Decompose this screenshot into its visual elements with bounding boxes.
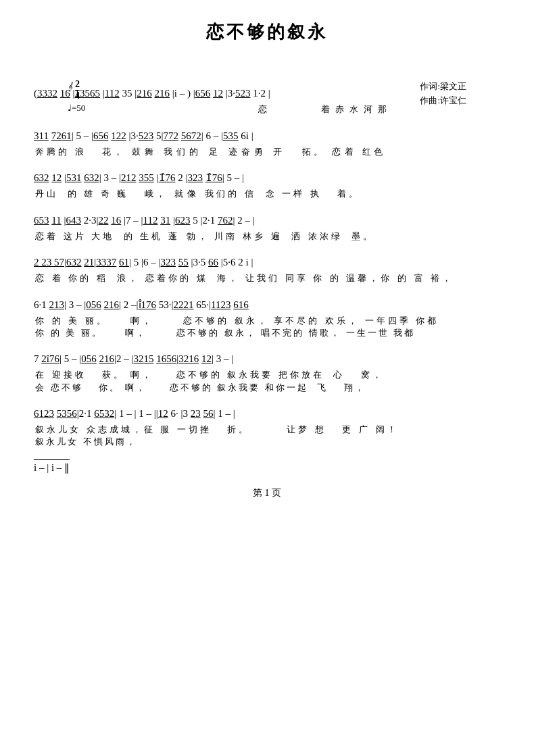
lyrics-8a: 叙永儿女 众志成城，征 服 一切挫 折。 让梦 想 更 广 阔！ <box>35 423 500 436</box>
notes-7: 7 2î76| 5 – |056 216|2 – |3215 1656|3216… <box>34 350 500 368</box>
lyrics-7b: 会 恋不够 你。 啊， 恋不够的 叙永我要 和你一起 飞 翔， <box>35 382 500 394</box>
meta-left: 𝄞 2 4 ♩=50 <box>68 80 85 114</box>
lyrics-6a: 你 的 美 丽。 啊， 恋不够的 叙永， 享不尽的 欢乐， 一年四季 你都 <box>35 314 500 328</box>
music-block-9: i – | i – ‖ <box>34 459 500 474</box>
music-block-3: 632 12 |531 632| 3 – |212 355 |1̂76 2 |3… <box>34 169 500 201</box>
page-title: 恋不够的叙永 <box>34 20 500 44</box>
music-block-4: 653 11 |643 2·3|22 16 |7 – |112 31 |623 … <box>34 211 500 243</box>
music-block-7: 7 2î76| 5 – |056 216|2 – |3215 1656|3216… <box>34 350 500 394</box>
author: 作词:梁文正 <box>420 80 466 94</box>
lyrics-2: 奔腾的 浪 花， 鼓舞 我们的 足 迹奋勇 开 拓。 恋着 红色 <box>35 145 500 159</box>
music-block-5: 2 23 57|632 21|3337 61| 5 |6 – |323 55 |… <box>34 253 500 285</box>
lyrics-3: 丹山 的 雄 奇 巍 峨， 就像 我们的 信 念 一样 执 着。 <box>35 187 500 201</box>
page-number: 第 1 页 <box>34 487 500 499</box>
music-block-2: 311 7261| 5 – |656 122 |3·523 5|772 5672… <box>34 127 500 159</box>
tempo: ♩=50 <box>68 102 85 114</box>
meta-right: 作词:梁文正 作曲:许宝仁 <box>420 80 466 108</box>
lyrics-4: 恋着 这片 大地 的 生机 蓬 勃， 川南 林乡 遍 洒 浓浓绿 墨。 <box>35 230 500 243</box>
lyrics-8b: 叙永儿女 不惧风雨， <box>35 436 500 448</box>
notes-9: i – | i – ‖ <box>34 459 70 474</box>
notes-6: 6·1 213| 3 – |056 216| 2 –|i̊176 53·|222… <box>34 296 500 314</box>
notes-2: 311 7261| 5 – |656 122 |3·523 5|772 5672… <box>34 127 500 145</box>
composer: 作曲:许宝仁 <box>420 94 466 108</box>
notes-5: 2 23 57|632 21|3337 61| 5 |6 – |323 55 |… <box>34 253 500 272</box>
page-container: 恋不够的叙永 𝄞 2 4 ♩=50 作词:梁文正 作曲:许宝仁 <box>34 20 500 499</box>
lyrics-6b: 你 的 美 丽。 啊， 恋不够的 叙永， 唱不完的 情歌， 一生一世 我都 <box>35 327 500 339</box>
lyrics-5: 恋 着 你的 稻 浪， 恋着你的 煤 海， 让我们 同享 你 的 温馨，你 的 … <box>35 272 500 285</box>
music-block-6: 6·1 213| 3 – |056 216| 2 –|i̊176 53·|222… <box>34 296 500 340</box>
lyrics-7a: 在 迎接收 获。 啊， 恋不够的 叙永我要 把你放在 心 窝， <box>35 368 500 382</box>
notes-4: 653 11 |643 2·3|22 16 |7 – |112 31 |623 … <box>34 211 500 230</box>
header: 恋不够的叙永 𝄞 2 4 ♩=50 作词:梁文正 作曲:许宝仁 <box>34 20 500 44</box>
notes-3: 632 12 |531 632| 3 – |212 355 |1̂76 2 |3… <box>34 169 500 187</box>
notes-8: 6123 5356|2·1 6532| 1 – | 1 – ||12 6· |3… <box>34 405 500 423</box>
music-block-8: 6123 5356|2·1 6532| 1 – | 1 – ||12 6· |3… <box>34 405 500 449</box>
